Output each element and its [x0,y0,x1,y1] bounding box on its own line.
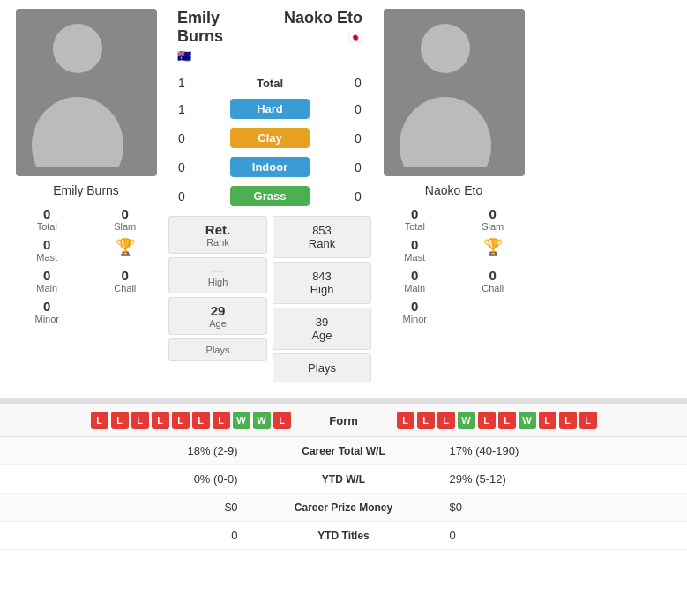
player1-form-badge-6: L [213,412,230,429]
stats-center-0: Career Total W/L [256,445,432,457]
player2-name: Naoko Eto [425,183,482,197]
player1-mast: 0 Mast [9,235,86,264]
stats-row-2: $0 Career Prize Money $0 [0,494,687,522]
player1-form-badge-4: L [172,412,190,429]
stats-row-1: 0% (0-0) YTD W/L 29% (5-12) [0,465,687,494]
player2-stats: 0 Total 0 Slam 0 Mast 🏆 0 Main [377,204,531,326]
player1-plays-box: Plays [168,338,267,361]
total-row: 1 Total 0 [168,73,371,93]
player1-slam: 0 Slam [87,204,164,234]
player2-flag: 🇯🇵 [348,31,362,44]
player2-form-badge-0: L [397,412,414,429]
player2-form-badge-3: W [458,412,475,429]
player1-form-badge-1: L [111,412,129,429]
player2-form-badge-5: L [498,412,516,429]
grass-row: 0 Grass 0 [168,183,371,209]
player2-form-badge-4: L [478,412,496,429]
stats-row-3: 0 YTD Titles 0 [0,522,687,550]
player1-trophy: 🏆 [87,235,164,264]
form-section: LLLLLLLWWL Form LLLWLLWLLL [0,404,687,437]
player2-photo [384,9,525,176]
player2-card: Naoko Eto 0 Total 0 Slam 0 Mast 🏆 [377,9,531,382]
player2-age-box: 39 Age [273,308,371,350]
player2-trophy: 🏆 [455,235,532,264]
stats-right-3: 0 [432,529,688,542]
center-column: Emily Burns 🇦🇺 Naoko Eto 🇯🇵 1 Total 0 [168,9,371,382]
player1-photo [16,9,157,176]
player2-plays-box: Plays [273,353,371,382]
stats-left-0: 18% (2-9) [0,444,256,457]
stats-left-3: 0 [0,529,256,542]
player1-high-box: — High [168,257,267,293]
player1-main: 0 Main [9,266,86,295]
player2-form-badge-2: L [437,412,455,429]
stats-center-2: Career Prize Money [256,501,432,514]
player2-form-badge-1: L [417,412,435,429]
stats-right-0: 17% (40-190) [432,444,688,457]
player1-card: Emily Burns 0 Total 0 Slam 0 Mast 🏆 [9,9,163,382]
player2-mast: 0 Mast [377,235,453,264]
player2-high-box: 843 High [273,262,371,304]
stats-table: 18% (2-9) Career Total W/L 17% (40-190) … [0,437,687,550]
player1-form: LLLLLLLWWL [14,412,291,429]
player1-minor: 0 Minor [9,297,86,326]
indoor-button: Indoor [230,157,310,177]
player2-form: LLLWLLWLLL [397,412,674,429]
player2-form-badge-6: W [519,412,536,429]
player1-form-badge-5: L [192,412,210,429]
player1-total: 0 Total [9,204,86,234]
player1-flag-row: 🇦🇺 [177,49,191,63]
player1-form-badge-0: L [91,412,108,429]
player1-flag: 🇦🇺 [177,49,191,63]
player2-form-badge-8: L [559,412,577,429]
player2-form-badge-7: L [539,412,556,429]
svg-point-4 [421,24,470,73]
stats-left-2: $0 [0,501,256,514]
clay-button: Clay [230,128,310,148]
player2-chall: 0 Chall [455,266,532,295]
top-section: Emily Burns 0 Total 0 Slam 0 Mast 🏆 [0,0,687,391]
clay-row: 0 Clay 0 [168,125,371,151]
stats-row-0: 18% (2-9) Career Total W/L 17% (40-190) [0,437,687,465]
player2-minor: 0 Minor [377,297,453,326]
stats-right-1: 29% (5-12) [432,472,688,486]
player2-rank-box: 853 Rank [273,216,371,258]
player1-header: Emily Burns 🇦🇺 [168,9,270,64]
player1-form-badge-2: L [131,412,149,429]
grass-button: Grass [230,186,310,206]
player1-age-box: 29 Age [168,297,267,335]
player1-stats: 0 Total 0 Slam 0 Mast 🏆 0 Main [9,204,163,326]
main-container: Emily Burns 0 Total 0 Slam 0 Mast 🏆 [0,0,687,550]
stats-left-1: 0% (0-0) [0,472,256,486]
player2-flag-row: 🇯🇵 [348,31,362,44]
hard-button: Hard [230,99,310,119]
stats-right-2: $0 [432,501,688,514]
player2-header: Naoko Eto 🇯🇵 [270,9,371,64]
player1-form-badge-7: W [233,412,250,429]
stats-center-3: YTD Titles [256,530,432,542]
player1-rank-box: Ret. Rank [168,216,267,254]
player1-chall: 0 Chall [87,266,164,295]
player1-name: Emily Burns [53,183,119,197]
player1-form-badge-9: L [273,412,291,429]
player1-form-badge-3: L [152,412,169,429]
player1-form-badge-8: W [253,412,271,429]
indoor-row: 0 Indoor 0 [168,154,371,180]
stats-center-1: YTD W/L [256,473,432,486]
player2-slam: 0 Slam [455,204,532,234]
form-label: Form [291,414,397,427]
svg-point-1 [53,24,102,73]
hard-row: 1 Hard 0 [168,96,371,122]
player2-main: 0 Main [377,266,453,295]
player2-total: 0 Total [377,204,453,234]
player2-form-badge-9: L [579,412,597,429]
